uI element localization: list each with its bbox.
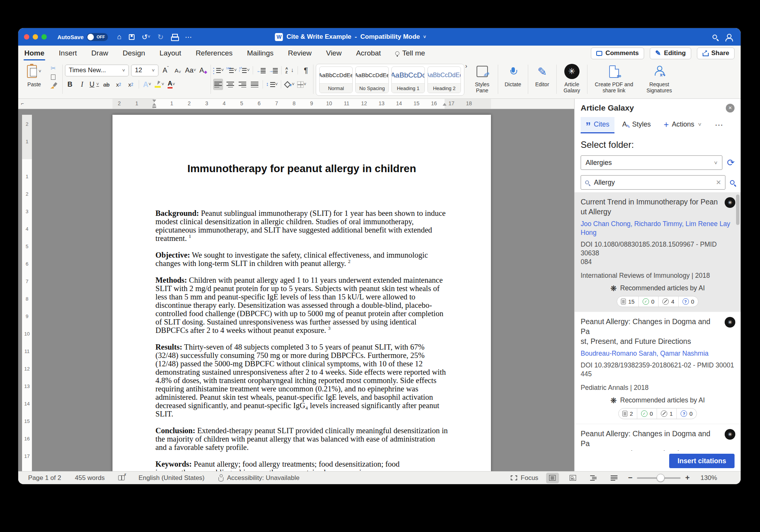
align-left-button[interactable]: [213, 79, 223, 90]
tab-acrobat[interactable]: Acrobat: [355, 47, 382, 60]
close-panel-icon[interactable]: ✕: [726, 104, 735, 112]
count-segment[interactable]: ?0: [678, 296, 698, 307]
clear-search-icon[interactable]: ✕: [716, 179, 721, 187]
copy-icon[interactable]: [51, 74, 55, 80]
tab-cites[interactable]: ” Cites: [581, 117, 614, 133]
clear-formatting-icon[interactable]: A◆: [198, 65, 208, 76]
hanging-indent-marker[interactable]: [152, 103, 156, 106]
justify-button[interactable]: [250, 79, 260, 90]
tab-layout[interactable]: Layout: [159, 47, 182, 60]
zoom-slider[interactable]: [637, 477, 681, 479]
account-icon[interactable]: [725, 34, 732, 40]
folder-dropdown[interactable]: Allergies ˅: [581, 155, 722, 170]
numbered-list-icon[interactable]: ˅: [226, 65, 237, 76]
count-segment[interactable]: 15: [617, 296, 638, 307]
tab-tell-me[interactable]: Tell me: [394, 47, 426, 60]
tab-draw[interactable]: Draw: [90, 47, 109, 60]
dictate-button[interactable]: Dictate: [500, 62, 526, 98]
line-spacing-icon[interactable]: ˅: [266, 79, 278, 90]
close-window-button[interactable]: [24, 34, 29, 40]
home-icon[interactable]: ⌂: [117, 33, 121, 41]
style-card-normal[interactable]: AaBbCcDdEeNormal: [319, 66, 353, 93]
request-signatures-button[interactable]: x∿ Request Signatures: [638, 62, 680, 98]
strikethrough-button[interactable]: ab: [101, 79, 111, 90]
increase-indent-icon[interactable]: [268, 65, 278, 76]
tab-styles[interactable]: A Styles: [618, 117, 656, 133]
decrease-indent-icon[interactable]: [256, 65, 266, 76]
refresh-icon[interactable]: ⟳: [727, 158, 735, 167]
right-indent-marker[interactable]: [443, 103, 446, 106]
first-line-indent-marker[interactable]: [152, 100, 156, 102]
tab-design[interactable]: Design: [122, 47, 146, 60]
zoom-slider-knob[interactable]: [657, 474, 665, 482]
autosave-toggle[interactable]: OFF: [87, 33, 108, 41]
search-box[interactable]: ✕: [581, 175, 725, 190]
print-layout-view-button[interactable]: [546, 473, 559, 483]
shading-icon[interactable]: ˅: [284, 79, 294, 90]
print-icon[interactable]: [171, 34, 178, 40]
count-segment[interactable]: 2: [619, 408, 636, 419]
format-painter-icon[interactable]: [51, 82, 56, 89]
subscript-button[interactable]: x2: [114, 79, 124, 90]
article-authors[interactable]: Joo Chan Chong, Richardo Timmy, Lim Rene…: [581, 220, 735, 237]
article-galaxy-button[interactable]: ✳ Article Galaxy: [559, 62, 585, 98]
styles-pane-button[interactable]: Styles Pane: [469, 62, 496, 98]
focus-toggle[interactable]: Focus: [511, 474, 538, 482]
multilevel-list-icon[interactable]: ˅: [239, 65, 250, 76]
font-name-combo[interactable]: Times New...˅: [65, 65, 129, 76]
show-paragraph-marks-icon[interactable]: ¶: [301, 65, 311, 76]
document-page[interactable]: Immunotherapy for peanut allergy in chil…: [112, 115, 491, 471]
page-indicator[interactable]: Page 1 of 2: [28, 474, 61, 482]
tab-home[interactable]: Home: [24, 47, 45, 60]
tab-mailings[interactable]: Mailings: [246, 47, 274, 60]
bold-button[interactable]: B: [65, 79, 75, 90]
count-segment[interactable]: 4: [658, 296, 678, 307]
tab-insert[interactable]: Insert: [58, 47, 78, 60]
undo-icon[interactable]: ↺˅: [142, 33, 150, 41]
title-chevron-icon[interactable]: ˅: [423, 34, 426, 40]
spellcheck-icon[interactable]: [118, 475, 125, 480]
redo-icon[interactable]: ↻: [158, 33, 164, 41]
tab-actions[interactable]: + Actions ˅: [659, 117, 706, 133]
outline-view-button[interactable]: [587, 473, 600, 483]
count-segment[interactable]: ✓0: [637, 408, 657, 419]
highlight-color-icon[interactable]: ˅: [154, 79, 164, 90]
count-segment[interactable]: ?0: [676, 408, 696, 419]
zoom-out-button[interactable]: −: [628, 473, 633, 482]
sort-icon[interactable]: [285, 65, 294, 76]
style-card-no-spacing[interactable]: AaBbCcDdEeNo Spacing: [355, 66, 389, 93]
create-pdf-button[interactable]: Create PDF and share link: [590, 62, 638, 98]
zoom-level[interactable]: 130%: [697, 474, 717, 482]
article-card[interactable]: Peanut Allergy: Changes in Dogma and Pa …: [575, 312, 741, 424]
panel-more-icon[interactable]: ⋯: [715, 120, 724, 130]
editing-button[interactable]: ✎Editing: [650, 48, 691, 59]
style-card-heading-2[interactable]: AaBbCcDdEeHeading 2: [428, 66, 461, 93]
tab-view[interactable]: View: [325, 47, 342, 60]
zoom-window-button[interactable]: [41, 34, 47, 40]
zoom-in-button[interactable]: +: [685, 473, 690, 482]
comments-button[interactable]: Comments: [591, 48, 644, 59]
left-indent-marker[interactable]: [152, 106, 156, 108]
article-authors[interactable]: Boudreau-Romano Sarah, Qamar Nashmia: [581, 349, 735, 358]
count-segment[interactable]: ✓0: [638, 296, 658, 307]
tab-references[interactable]: References: [195, 47, 233, 60]
more-commands-icon[interactable]: ⋯: [185, 33, 192, 41]
save-icon[interactable]: [129, 34, 135, 40]
tab-review[interactable]: Review: [287, 47, 312, 60]
accessibility-status[interactable]: Accessibility: Unavailable: [227, 474, 299, 482]
underline-button[interactable]: U˅: [89, 79, 99, 90]
font-size-combo[interactable]: 12˅: [131, 65, 158, 76]
superscript-button[interactable]: x2: [126, 79, 136, 90]
editor-button[interactable]: ✎ Editor: [530, 62, 554, 98]
search-icon[interactable]: [712, 35, 717, 39]
italic-button[interactable]: I: [77, 79, 87, 90]
run-search-icon[interactable]: [730, 180, 735, 185]
insert-citations-button[interactable]: Insert citations: [669, 454, 735, 468]
word-count[interactable]: 455 words: [75, 474, 104, 482]
align-center-button[interactable]: [225, 79, 235, 90]
bullet-list-icon[interactable]: ˅: [213, 65, 224, 76]
tab-selector-icon[interactable]: ⌐: [21, 101, 24, 106]
text-effects-icon[interactable]: A˅: [142, 79, 152, 90]
minimize-window-button[interactable]: [33, 34, 38, 40]
search-input[interactable]: [593, 178, 712, 187]
